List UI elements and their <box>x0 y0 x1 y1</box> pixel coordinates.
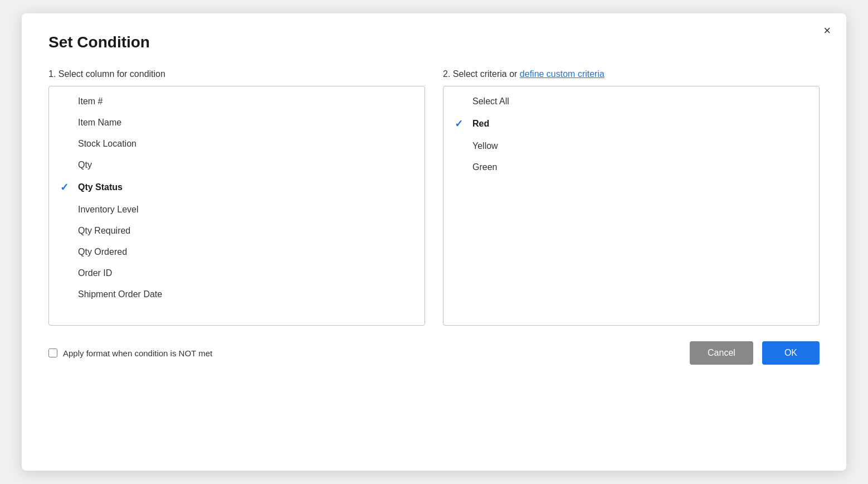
column-right: 2. Select criteria or define custom crit… <box>443 69 820 326</box>
red-label: Red <box>472 119 808 129</box>
inventory-level-label: Inventory Level <box>78 205 413 215</box>
qty-required-label: Qty Required <box>78 226 413 236</box>
criteria-list-box: Select All ✓ Red Yellow Green <box>443 86 820 326</box>
criteria-item-yellow[interactable]: Yellow <box>443 135 819 157</box>
section2-label-prefix: 2. Select criteria or <box>443 69 520 79</box>
column-list-box: Item # Item Name Stock Location Qty ✓ Qt… <box>48 86 425 326</box>
green-label: Green <box>472 162 808 172</box>
dialog-title: Set Condition <box>48 33 820 51</box>
footer: Apply format when condition is NOT met C… <box>48 341 820 365</box>
list-item-inventory-level[interactable]: Inventory Level <box>49 199 425 220</box>
list-item-order-id[interactable]: Order ID <box>49 263 425 284</box>
list-item-qty-required[interactable]: Qty Required <box>49 220 425 241</box>
item-hash-label: Item # <box>78 96 413 107</box>
checkmark-qty-status: ✓ <box>60 181 74 193</box>
qty-status-label: Qty Status <box>78 182 413 192</box>
ok-button[interactable]: OK <box>762 341 820 365</box>
checkbox-row: Apply format when condition is NOT met <box>48 349 212 358</box>
criteria-item-select-all[interactable]: Select All <box>443 91 819 112</box>
item-name-label: Item Name <box>78 118 413 128</box>
not-met-checkbox[interactable] <box>48 349 57 357</box>
stock-location-label: Stock Location <box>78 139 413 149</box>
shipment-order-date-label: Shipment Order Date <box>78 289 413 299</box>
list-item-qty-ordered[interactable]: Qty Ordered <box>49 241 425 263</box>
criteria-item-red[interactable]: ✓ Red <box>443 112 819 135</box>
order-id-label: Order ID <box>78 268 413 278</box>
cancel-button[interactable]: Cancel <box>690 341 753 365</box>
button-group: Cancel OK <box>690 341 820 365</box>
yellow-label: Yellow <box>472 141 808 151</box>
columns-container: 1. Select column for condition Item # It… <box>48 69 820 326</box>
criteria-item-green[interactable]: Green <box>443 157 819 178</box>
list-item-item-name[interactable]: Item Name <box>49 112 425 133</box>
select-all-label: Select All <box>472 96 808 107</box>
section2-label: 2. Select criteria or define custom crit… <box>443 69 820 79</box>
list-item-shipment-order-date[interactable]: Shipment Order Date <box>49 284 425 305</box>
define-custom-criteria-link[interactable]: define custom criteria <box>520 69 604 79</box>
checkmark-red: ✓ <box>455 118 468 130</box>
list-item-stock-location[interactable]: Stock Location <box>49 133 425 154</box>
list-item-qty[interactable]: Qty <box>49 154 425 176</box>
set-condition-dialog: × Set Condition 1. Select column for con… <box>22 13 846 471</box>
list-item-qty-status[interactable]: ✓ Qty Status <box>49 176 425 199</box>
list-item-item-hash[interactable]: Item # <box>49 91 425 112</box>
column-left: 1. Select column for condition Item # It… <box>48 69 425 326</box>
qty-ordered-label: Qty Ordered <box>78 247 413 257</box>
section1-label: 1. Select column for condition <box>48 69 425 79</box>
checkbox-label: Apply format when condition is NOT met <box>63 349 212 358</box>
close-button[interactable]: × <box>823 25 831 37</box>
qty-label: Qty <box>78 160 413 170</box>
